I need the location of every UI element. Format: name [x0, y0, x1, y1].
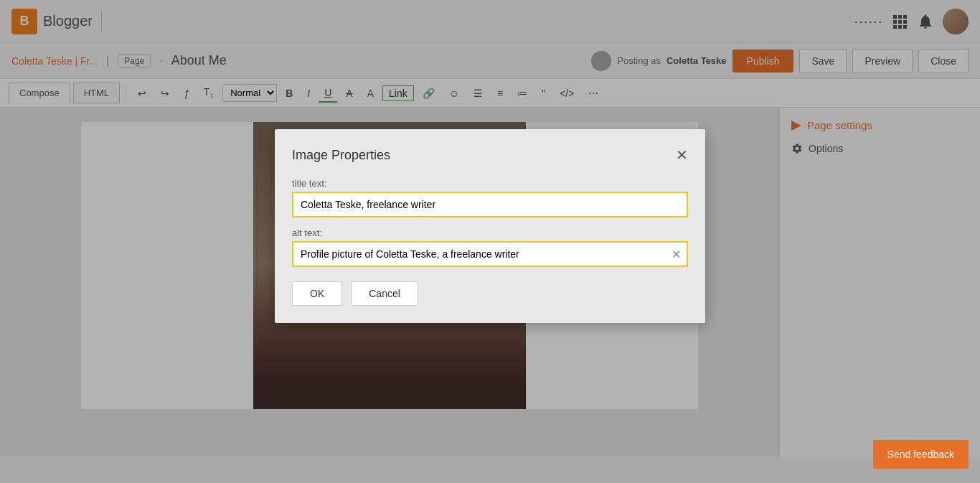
ok-button[interactable]: OK	[292, 281, 342, 306]
alt-text-input-wrapper: ✕	[292, 241, 688, 267]
modal-buttons: OK Cancel	[292, 281, 688, 306]
title-text-label: title text:	[292, 178, 688, 189]
title-text-field-group: title text:	[292, 178, 688, 217]
alt-text-field-group: alt text: ✕	[292, 228, 688, 267]
alt-text-clear-button[interactable]: ✕	[666, 248, 687, 261]
alt-text-input[interactable]	[293, 243, 666, 266]
modal-close-button[interactable]: ✕	[676, 146, 688, 164]
alt-text-input-container: ✕	[293, 243, 687, 266]
send-feedback-button[interactable]: Send feedback	[873, 440, 969, 469]
alt-text-label: alt text:	[292, 228, 688, 238]
modal-title: Image Properties	[292, 148, 390, 163]
modal-header: Image Properties ✕	[292, 146, 688, 164]
title-text-input[interactable]	[293, 193, 687, 216]
image-properties-dialog: Image Properties ✕ title text: alt text:…	[275, 129, 705, 323]
modal-overlay: Image Properties ✕ title text: alt text:…	[0, 0, 980, 483]
title-text-input-wrapper	[292, 192, 688, 217]
cancel-button[interactable]: Cancel	[351, 281, 418, 306]
